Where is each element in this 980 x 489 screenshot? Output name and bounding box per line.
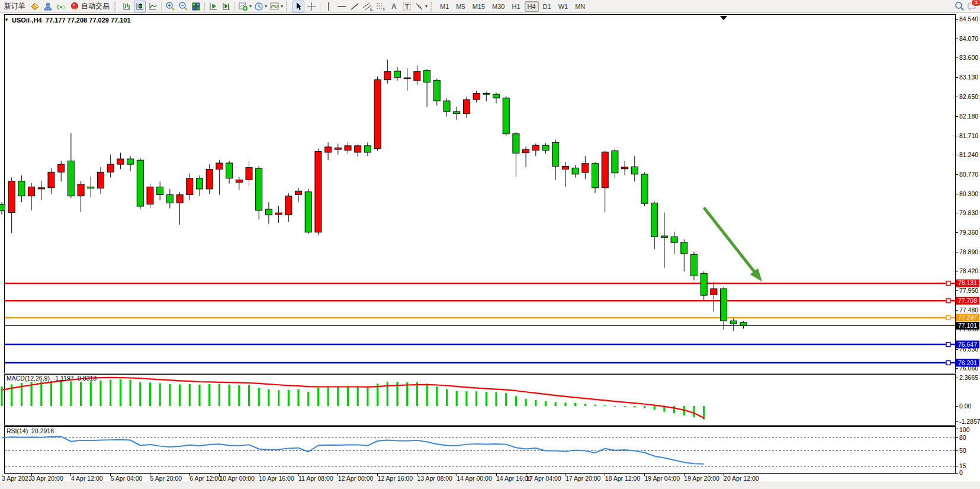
line-handle-76.201[interactable] xyxy=(946,361,950,365)
time-axis-label: 12 Apr 16:00 xyxy=(378,475,413,482)
line-handle-77.297[interactable] xyxy=(946,315,950,319)
candle-up xyxy=(206,169,213,188)
candle-up xyxy=(345,146,351,151)
equidistant-channel-tool-icon[interactable]: E xyxy=(362,1,374,12)
timeframe-w1[interactable]: W1 xyxy=(555,1,571,12)
candle-up xyxy=(8,181,15,213)
search-icon[interactable] xyxy=(953,1,965,12)
rsi-indicator-label: RSI(14) 20.2916 xyxy=(7,427,54,434)
new-order-button[interactable]: 新订单 xyxy=(2,1,28,12)
timeframe-m1[interactable]: M1 xyxy=(437,1,452,12)
timeframe-m15[interactable]: M15 xyxy=(470,1,488,12)
bar-chart-type-icon[interactable] xyxy=(121,1,133,12)
rsi-axis-label: 50 xyxy=(959,447,966,454)
indicators-button[interactable]: ▾ xyxy=(269,1,284,12)
trendline-tool-icon[interactable] xyxy=(349,1,361,12)
line-handle-76.647[interactable] xyxy=(946,343,950,347)
horizontal-line-tool-icon[interactable] xyxy=(336,1,348,12)
timeframe-m5[interactable]: M5 xyxy=(453,1,468,12)
line-handle-77.708[interactable] xyxy=(946,299,950,303)
candle-up xyxy=(78,184,84,196)
line-handle-78.131[interactable] xyxy=(946,281,950,285)
chart-canvas[interactable]: 84.54084.07083.60083.13082.65082.18081.7… xyxy=(0,13,980,489)
zoom-in-icon[interactable] xyxy=(164,1,176,12)
candle-down xyxy=(631,167,638,174)
toolbar-separator xyxy=(234,2,235,11)
autotrading-button[interactable]: 自动交易 xyxy=(68,1,112,12)
rsi-axis-label: 100 xyxy=(959,426,970,433)
candle-down xyxy=(127,159,134,164)
price-axis-label: 78.890 xyxy=(959,248,978,255)
price-axis-label: 81.240 xyxy=(959,151,978,158)
candle-down xyxy=(454,111,460,113)
time-axis-label: 5 Apr 04:00 xyxy=(111,475,143,482)
crosshair-icon[interactable] xyxy=(306,1,317,12)
candle-up xyxy=(295,191,302,194)
candlestick-chart-type-icon[interactable] xyxy=(134,1,146,12)
timeframe-group: M1M5M15M30H1H4D1W1MN xyxy=(436,1,589,12)
accounts-icon[interactable] xyxy=(42,1,54,12)
timeframe-h1[interactable]: H1 xyxy=(509,1,523,12)
text-label-tool-icon[interactable]: T xyxy=(401,1,413,12)
candle-up xyxy=(48,172,54,187)
chevron-down-icon: ▾ xyxy=(425,4,428,9)
line-chart-type-icon[interactable] xyxy=(147,1,159,12)
macd-pane xyxy=(5,375,956,426)
candle-up xyxy=(384,72,391,80)
candle-down xyxy=(691,254,698,276)
candle-up xyxy=(58,164,65,172)
candle-up xyxy=(622,167,628,169)
candle-up xyxy=(98,172,104,188)
candle-down xyxy=(394,71,401,77)
price-axis-label: 77.950 xyxy=(959,287,978,294)
new-chart-button[interactable]: ▾ xyxy=(237,1,252,12)
market-watch-icon[interactable] xyxy=(29,1,41,12)
time-axis-label: 4 Apr 12:00 xyxy=(71,475,103,482)
price-level-box-label: 76.647 xyxy=(958,341,977,348)
candle-up xyxy=(562,167,568,170)
candle-down xyxy=(612,151,618,173)
price-axis-label: 82.650 xyxy=(959,93,978,100)
time-axis-label: 6 Apr 12:00 xyxy=(189,475,221,482)
chat-notifications-button[interactable]: 1 xyxy=(966,1,978,12)
price-axis-label: 79.360 xyxy=(959,229,978,236)
candle-up xyxy=(147,187,153,204)
candle-up xyxy=(176,195,183,203)
signals-icon[interactable] xyxy=(55,1,67,12)
candle-down xyxy=(671,236,677,242)
candle-up xyxy=(414,72,420,81)
chart-window[interactable]: 84.54084.07083.60083.13082.65082.18081.7… xyxy=(0,13,980,489)
bottom-strip xyxy=(0,481,980,489)
chart-shift-icon[interactable] xyxy=(220,1,232,12)
chart-title: USOil-,H4 77.177 77.208 77.029 77.101 xyxy=(12,17,131,24)
toolbar-separator xyxy=(286,2,290,11)
auto-scroll-icon[interactable] xyxy=(207,1,219,12)
main-toolbar: 新订单 自动交易 ▾ ▾ xyxy=(0,0,980,13)
zoom-out-icon[interactable] xyxy=(177,1,189,12)
rsi-axis-label: 80 xyxy=(959,434,966,441)
vertical-line-tool-icon[interactable] xyxy=(323,1,335,12)
chart-title-collapse-icon[interactable]: ▼ xyxy=(4,17,9,23)
timeframe-m30[interactable]: M30 xyxy=(489,1,507,12)
cursor-icon[interactable] xyxy=(293,1,304,12)
candle-up xyxy=(523,149,529,153)
candle-up xyxy=(473,94,480,100)
toolbar-separator xyxy=(114,2,118,11)
timeframe-mn[interactable]: MN xyxy=(572,1,588,12)
arrows-tool-button[interactable]: ▾ xyxy=(414,1,428,12)
candle-up xyxy=(532,145,539,150)
text-tool-icon[interactable]: A xyxy=(388,1,400,12)
profiles-button[interactable]: ▾ xyxy=(253,1,268,12)
timeframe-d1[interactable]: D1 xyxy=(540,1,554,12)
svg-text:E: E xyxy=(370,7,373,11)
timeframe-h4[interactable]: H4 xyxy=(525,1,539,12)
toolbar-separator xyxy=(430,2,435,11)
price-level-box-label: 77.297 xyxy=(958,314,977,321)
time-axis-label: 18 Apr 12:00 xyxy=(605,475,641,482)
time-axis-label: 19 Apr 20:00 xyxy=(684,475,719,482)
svg-text:A: A xyxy=(391,2,397,11)
candle-down xyxy=(137,160,143,206)
price-level-box-label: 76.201 xyxy=(958,359,977,366)
tile-windows-icon[interactable] xyxy=(190,1,202,12)
fibonacci-tool-icon[interactable]: F xyxy=(375,1,387,12)
